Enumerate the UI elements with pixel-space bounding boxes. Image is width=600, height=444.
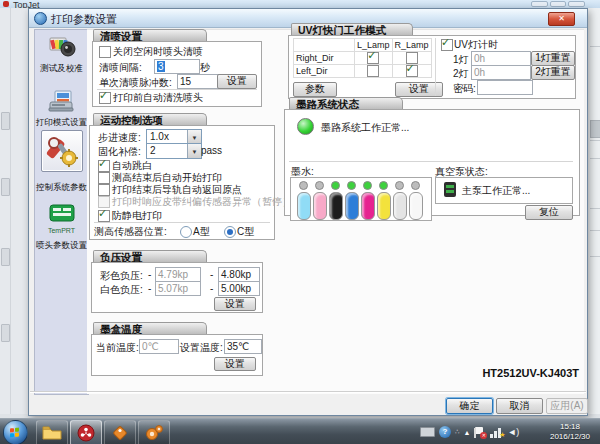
auto-skip-white-checkbox[interactable]: ✓	[98, 160, 110, 172]
chevron-down-icon[interactable]: ▼	[187, 144, 201, 158]
set-temp-value[interactable]: 35℃	[224, 339, 262, 354]
background-window-title: TopJet	[13, 0, 40, 8]
ink-cartridge-black	[329, 181, 342, 220]
network-tray-icon[interactable]: ★	[490, 427, 503, 438]
taskbar: ? ∴ ▲ ✕ ★ ◄) 15:18 2016/12/30	[0, 418, 600, 444]
uv-group-box: L_Lamp R_Lamp Right_Dir ✓ ✓ Left_Dir ✓ ✓…	[288, 35, 576, 99]
background-toolbar-button[interactable]	[1, 178, 10, 196]
ink-cartridge-light-magenta	[313, 181, 326, 220]
reset-button[interactable]: 复位	[525, 205, 573, 220]
lamp1-label: 1灯	[453, 53, 469, 67]
uv-params-button[interactable]: 参数	[293, 82, 337, 97]
minus-sign: -	[148, 269, 151, 280]
auto-clean-checkbox[interactable]: ✓	[99, 92, 111, 104]
sensor-c-radio[interactable]	[224, 226, 236, 238]
action-center-icon[interactable]: ✕	[474, 427, 486, 438]
speaker-tray-icon[interactable]: ◄)	[507, 427, 519, 437]
ink-cartridge-cyan	[345, 181, 358, 220]
system-tray: ? ∴ ▲ ✕ ★ ◄)	[420, 419, 519, 444]
current-temp-value: 0℃	[139, 339, 179, 354]
background-window-titlebar: TopJet	[0, 0, 600, 8]
ink-cartridge-yellow	[377, 181, 390, 220]
white-pressure-set[interactable]: 5.00kp	[218, 281, 260, 296]
show-hidden-icons[interactable]: ▲	[463, 429, 470, 436]
ok-button[interactable]: 确定	[446, 398, 493, 414]
cure-select[interactable]: 2▼	[146, 143, 202, 159]
current-temp-label: 当前温度:	[96, 341, 139, 355]
desktop: TopJet 打印参数设置 ✕	[0, 0, 600, 444]
pump-status-text: 主泵工作正常...	[462, 184, 530, 198]
interval-value: 3	[157, 61, 165, 72]
background-left-toolbar	[0, 8, 29, 414]
background-toolbar-button[interactable]	[1, 112, 10, 130]
taskbar-clock[interactable]: 15:18 2016/12/30	[545, 422, 595, 442]
cancel-button[interactable]: 取消	[496, 398, 543, 414]
white-pressure-current: 5.07kp	[155, 281, 201, 296]
check-icon: ✓	[98, 207, 107, 220]
minus-sign: -	[148, 283, 151, 294]
close-idle-checkbox[interactable]: ✓	[99, 46, 111, 58]
temprt-icon[interactable]	[48, 202, 76, 225]
ink-cartridge-box	[290, 177, 432, 221]
taskbar-explorer-button[interactable]	[36, 420, 68, 444]
check-icon: ✓	[98, 157, 107, 170]
cure-value: 2	[150, 145, 156, 156]
print-mode-icon[interactable]	[47, 88, 77, 115]
background-caption-buttons[interactable]	[531, 1, 585, 7]
lamp2-reset-button[interactable]: 2灯重置	[531, 65, 575, 80]
lamp2-hours: 0h	[471, 65, 531, 80]
keyboard-tray-icon[interactable]	[420, 427, 435, 437]
rail-return-origin-checkbox[interactable]: ✓	[98, 184, 110, 196]
lamp1-hours: 0h	[471, 51, 531, 66]
color-pressure-set[interactable]: 4.80kp	[218, 267, 260, 282]
help-tray-icon[interactable]: ?	[439, 426, 451, 438]
sidebar: 测试及校准 打印模式设置	[34, 29, 89, 395]
start-button[interactable]	[3, 420, 28, 444]
close-icon[interactable]: ✕	[548, 12, 575, 26]
temperature-set-button[interactable]: 设置	[214, 357, 256, 371]
topjet-app-icon	[77, 424, 95, 442]
motion-group-box: 步进速度: 1.0x▼ 固化补偿: 2▼ pass ✓ 自动跳白 ✓ 测高结束后…	[89, 125, 275, 240]
taskbar-settings-app-button[interactable]	[138, 420, 170, 444]
ink-cartridge-light-cyan	[297, 181, 310, 220]
uv-col-r-lamp: R_Lamp	[392, 39, 431, 52]
sidebar-item-printhead-params[interactable]: 喷头参数设置	[35, 240, 88, 252]
password-input[interactable]	[477, 80, 533, 95]
print-settings-dialog: 打印参数设置 ✕ 测试及校准	[28, 8, 588, 416]
sensor-a-radio[interactable]	[180, 226, 192, 238]
lamp1-reset-button[interactable]: 1灯重置	[531, 51, 575, 66]
uv-left-r-checkbox[interactable]: ✓	[406, 65, 418, 77]
step-speed-value: 1.0x	[150, 131, 169, 142]
apply-button: 应用(A)	[546, 398, 588, 414]
gears-icon	[144, 424, 164, 442]
language-tray-icon[interactable]: ∴	[455, 428, 459, 436]
uv-left-l-checkbox[interactable]: ✓	[367, 65, 379, 77]
control-system-selected-box[interactable]	[41, 130, 83, 172]
uv-timer-label: UV灯计时	[454, 38, 498, 52]
cure-unit: pass	[201, 145, 222, 156]
sidebar-item-control-system[interactable]: 控制系统参数	[35, 182, 88, 194]
interval-input[interactable]: 3	[154, 59, 200, 74]
ink-system-status-text: 墨路系统工作正常...	[321, 121, 409, 135]
background-toolbar-button[interactable]	[1, 248, 10, 266]
auto-print-after-measure-checkbox[interactable]: ✓	[98, 172, 110, 184]
check-icon: ✓	[367, 49, 376, 62]
antistatic-label: 防静电打印	[112, 209, 162, 223]
lamp2-label: 2灯	[453, 67, 469, 81]
taskbar-label-app-button[interactable]	[104, 420, 136, 444]
uv-timer-checkbox[interactable]: ✓	[441, 39, 453, 51]
pulse-label: 单次清喷脉冲数:	[99, 76, 172, 90]
clean-set-button[interactable]: 设置	[217, 74, 257, 89]
pulse-input[interactable]: 15	[177, 74, 219, 89]
uv-right-l-checkbox[interactable]: ✓	[367, 52, 379, 64]
test-calibration-icon[interactable]	[47, 32, 77, 60]
antistatic-checkbox[interactable]: ✓	[98, 210, 110, 222]
sensor-c-label: C型	[237, 225, 254, 239]
ink-cartridge-row	[297, 181, 422, 220]
background-toolbar-button[interactable]	[1, 324, 10, 342]
sidebar-item-test-calibration[interactable]: 测试及校准	[35, 63, 88, 75]
chevron-down-icon[interactable]: ▼	[187, 130, 201, 144]
sidebar-item-print-mode[interactable]: 打印模式设置	[35, 117, 88, 129]
taskbar-topjet-button[interactable]	[70, 420, 102, 444]
pressure-set-button[interactable]: 设置	[214, 297, 256, 311]
